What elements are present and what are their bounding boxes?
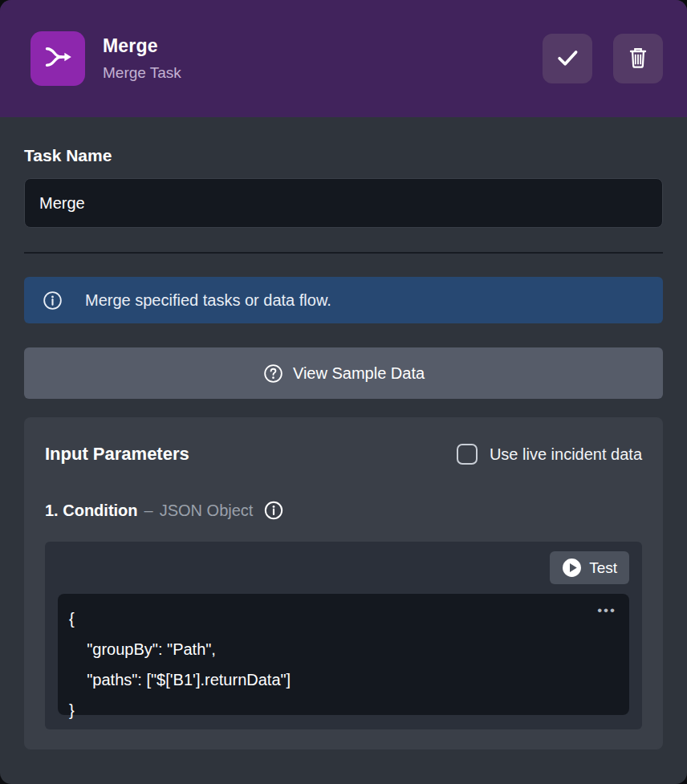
test-button[interactable]: Test (550, 551, 629, 584)
view-sample-data-label: View Sample Data (293, 364, 425, 383)
task-name-input[interactable] (24, 178, 663, 228)
live-incident-checkbox[interactable] (457, 444, 478, 465)
live-incident-toggle[interactable]: Use live incident data (457, 444, 642, 465)
question-circle-icon (262, 363, 284, 384)
task-config-panel: Merge Merge Task (0, 0, 687, 784)
input-parameters-header: Input Parameters Use live incident data (45, 444, 642, 465)
parameter-name: 1. Condition (45, 502, 138, 520)
info-banner: Merge specified tasks or data flow. (24, 277, 663, 323)
view-sample-data-button[interactable]: View Sample Data (24, 347, 663, 399)
input-parameters-title: Input Parameters (45, 444, 189, 465)
live-incident-label: Use live incident data (490, 445, 642, 464)
code-editor-container: Test { "groupBy": "Path", "paths": ["$['… (45, 542, 642, 729)
info-banner-text: Merge specified tasks or data flow. (85, 291, 331, 310)
check-icon (554, 44, 581, 74)
test-button-label: Test (589, 559, 617, 577)
trash-icon (625, 45, 651, 73)
merge-task-icon-tile (30, 31, 85, 86)
divider (24, 252, 663, 254)
code-line: "paths": ["$['B1'].returnData"] (69, 664, 615, 695)
task-title: Merge (103, 35, 181, 57)
play-circle-icon (562, 558, 582, 578)
code-line: { (69, 603, 615, 634)
input-parameters-panel: Input Parameters Use live incident data … (24, 417, 663, 749)
code-lines: { "groupBy": "Path", "paths": ["$['B1'].… (69, 603, 615, 725)
parameter-type: JSON Object (160, 502, 254, 520)
parameter-label-row: 1. Condition – JSON Object (45, 500, 642, 521)
info-circle-icon (42, 290, 63, 311)
header-actions (543, 34, 663, 83)
json-code-editor[interactable]: { "groupBy": "Path", "paths": ["$['B1'].… (58, 594, 629, 715)
code-toolbar: Test (58, 551, 629, 584)
info-circle-icon[interactable] (263, 500, 284, 521)
task-name-label: Task Name (24, 146, 663, 165)
confirm-button[interactable] (543, 34, 592, 83)
code-line: } (69, 695, 615, 725)
panel-header: Merge Merge Task (0, 0, 687, 117)
parameter-separator: – (144, 502, 153, 520)
ellipsis-menu-icon[interactable]: ••• (597, 595, 616, 626)
delete-button[interactable] (613, 34, 663, 83)
merge-icon (43, 42, 73, 75)
code-line: "groupBy": "Path", (69, 634, 615, 664)
panel-body: Task Name Merge specified tasks or data … (0, 146, 687, 749)
header-titles: Merge Merge Task (103, 35, 181, 82)
task-subtitle: Merge Task (103, 64, 181, 82)
